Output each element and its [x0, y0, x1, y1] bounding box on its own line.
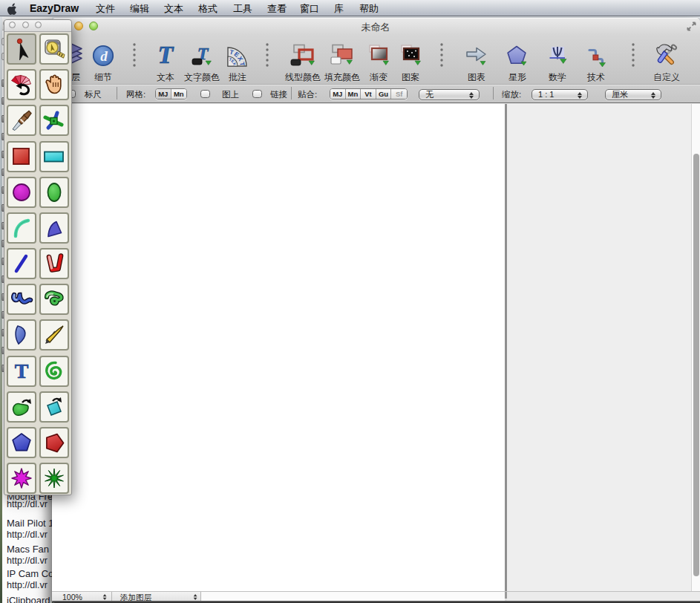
svg-text:d: d — [100, 48, 108, 64]
svg-text:T: T — [14, 359, 28, 382]
svg-text:T: T — [158, 43, 174, 67]
